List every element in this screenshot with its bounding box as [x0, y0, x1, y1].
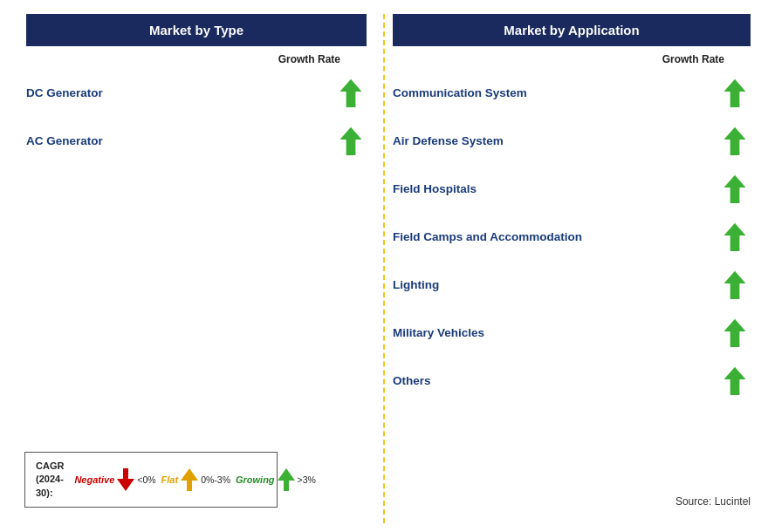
svg-marker-8	[723, 223, 745, 251]
field-camps-arrow	[719, 222, 751, 251]
dc-generator-label: DC Generator	[26, 86, 335, 99]
left-panel: Market by Type Growth Rate DC Generator …	[9, 14, 375, 523]
military-vehicles-arrow	[719, 317, 751, 347]
right-header: Market by Application	[393, 14, 751, 46]
divider	[383, 14, 385, 523]
field-hospitals-arrow	[719, 174, 751, 203]
list-item: DC Generator	[26, 69, 367, 117]
communication-system-arrow	[719, 78, 751, 107]
svg-marker-3	[181, 468, 198, 491]
lighting-label: Lighting	[393, 278, 719, 291]
negative-label: Negative	[74, 474, 114, 485]
green-up-arrow-icon	[278, 468, 295, 491]
field-hospitals-label: Field Hospitals	[393, 182, 719, 195]
svg-marker-2	[117, 468, 134, 491]
legend-growing: Growing >3%	[236, 468, 316, 491]
legend-flat: Flat 0%-3%	[161, 468, 230, 491]
flat-range: 0%-3%	[201, 474, 230, 485]
others-arrow	[719, 365, 751, 395]
main-container: Market by Type Growth Rate DC Generator …	[0, 0, 768, 532]
growing-range: >3%	[298, 474, 316, 485]
left-growth-rate-label: Growth Rate	[26, 53, 367, 65]
negative-range: <0%	[137, 474, 155, 485]
list-item: Others	[393, 357, 751, 405]
svg-marker-11	[723, 367, 745, 395]
military-vehicles-label: Military Vehicles	[393, 326, 719, 339]
air-defense-arrow	[719, 126, 751, 155]
dc-generator-arrow	[335, 78, 367, 107]
others-label: Others	[393, 374, 719, 387]
list-item: AC Generator	[26, 117, 367, 165]
left-header: Market by Type	[26, 14, 367, 46]
list-item: Field Hospitals	[393, 165, 751, 213]
list-item: Field Camps and Accommodation	[393, 213, 751, 261]
svg-marker-0	[339, 79, 361, 107]
ac-generator-arrow	[335, 126, 367, 155]
source-text: Source: Lucintel	[675, 495, 751, 508]
legend-box: CAGR(2024-30): Negative <0% Flat	[24, 452, 278, 508]
list-item: Air Defense System	[393, 117, 751, 165]
svg-marker-9	[723, 271, 745, 299]
list-item: Lighting	[393, 261, 751, 309]
panels-wrapper: Market by Type Growth Rate DC Generator …	[9, 14, 759, 523]
lighting-arrow	[719, 269, 751, 299]
ac-generator-label: AC Generator	[26, 134, 335, 147]
air-defense-label: Air Defense System	[393, 134, 719, 147]
flat-label: Flat	[161, 474, 179, 485]
list-item: Military Vehicles	[393, 309, 751, 357]
svg-marker-1	[339, 127, 361, 155]
svg-marker-4	[278, 468, 295, 491]
right-growth-rate-label: Growth Rate	[393, 53, 751, 65]
svg-marker-5	[723, 79, 745, 107]
communication-system-label: Communication System	[393, 86, 719, 99]
field-camps-label: Field Camps and Accommodation	[393, 230, 719, 243]
legend-negative: Negative <0%	[74, 468, 155, 491]
svg-marker-6	[723, 127, 745, 155]
svg-marker-10	[723, 319, 745, 347]
svg-marker-7	[723, 175, 745, 203]
cagr-label: CAGR(2024-30):	[36, 460, 64, 500]
legend-row: CAGR(2024-30): Negative <0% Flat	[36, 460, 266, 500]
red-down-arrow-icon	[117, 468, 134, 491]
orange-up-arrow-icon	[181, 468, 198, 491]
growing-label: Growing	[236, 474, 275, 485]
right-panel: Market by Application Growth Rate Commun…	[375, 14, 759, 523]
list-item: Communication System	[393, 69, 751, 117]
